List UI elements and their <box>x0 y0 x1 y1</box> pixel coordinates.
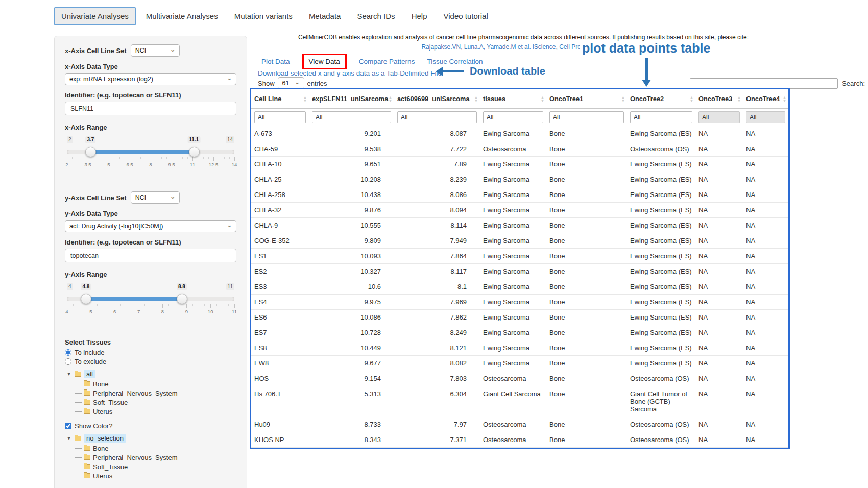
slider-handle-to[interactable] <box>189 147 200 157</box>
controls-sidebar: x-Axis Cell Line Set NCI x-Axis Data Typ… <box>54 36 247 488</box>
tree-root-no-selection[interactable]: ▾ no_selection <box>66 434 236 443</box>
nav-tab-mutation-variants[interactable]: Mutation variants <box>228 8 299 24</box>
table-row: ES49.9757.969Ewing SarcomaBoneEwing Sarc… <box>251 295 788 310</box>
x-identifier-label: Identifier: (e.g. topotecan or SLFN11) <box>65 91 236 99</box>
table-row: ES310.68.1Ewing SarcomaBoneEwing Sarcoma… <box>251 279 788 295</box>
table-row: Hu098.7337.97OsteosarcomaBoneOsteosarcom… <box>251 417 788 432</box>
tree-node-bone[interactable]: Bone <box>75 379 236 388</box>
column-header-oncotree1[interactable]: OncoTree1▲▼ <box>546 89 627 109</box>
down-arrow-icon <box>645 58 648 81</box>
slider-max-label: 11 <box>226 283 234 290</box>
column-header-oncotree2[interactable]: OncoTree2▲▼ <box>627 89 695 109</box>
data-table-container: Cell Line▲▼expSLFN11_uniSarcoma▲▼act6096… <box>250 88 790 449</box>
column-filter-expslfn11-unisarcoma[interactable] <box>312 111 391 123</box>
table-row: COG-E-3529.8097.949Ewing SarcomaBoneEwin… <box>251 233 788 249</box>
column-header-oncotree3[interactable]: OncoTree3▲▼ <box>695 89 743 109</box>
slider-to-label: 8.8 <box>177 283 187 290</box>
column-header-cell-line[interactable]: Cell Line▲▼ <box>251 89 309 109</box>
tab-tissue-correlation[interactable]: Tissue Correlation <box>427 58 483 65</box>
column-header-expslfn11-unisarcoma[interactable]: expSLFN11_uniSarcoma▲▼ <box>309 89 394 109</box>
tab-plot-data[interactable]: Plot Data <box>261 58 290 65</box>
tree-node-soft-tissue[interactable]: Soft_Tissue <box>75 462 236 471</box>
tree-node-peripheral-nervous-system[interactable]: Peripheral_Nervous_System <box>75 453 236 462</box>
sort-icon[interactable]: ▲▼ <box>737 95 741 103</box>
slider-min-label: 4 <box>67 283 73 290</box>
tree-root-all[interactable]: ▾ all <box>66 370 236 378</box>
table-row: ES110.0937.864Ewing SarcomaBoneEwing Sar… <box>251 249 788 264</box>
table-row: CHLA-2510.2088.239Ewing SarcomaBoneEwing… <box>251 172 788 187</box>
exclude-tissue-tree: ▾ no_selection BonePeripheral_Nervous_Sy… <box>66 434 236 480</box>
y-range-slider[interactable]: 4 11 4.8 8.8 4567891011 <box>67 290 234 324</box>
x-range-label: x-Axis Range <box>65 124 236 131</box>
y-data-type-label: y-Axis Data Type <box>65 210 236 217</box>
tree-node-bone[interactable]: Bone <box>75 444 236 453</box>
slider-handle-from[interactable] <box>81 294 91 304</box>
column-filter-oncotree2[interactable] <box>630 111 692 123</box>
y-identifier-label: Identifier: (e.g. topotecan or SLFN11) <box>65 238 236 246</box>
x-data-type-select[interactable]: exp: mRNA Expression (log2) <box>65 73 236 85</box>
sort-icon[interactable]: ▲▼ <box>474 95 478 103</box>
column-header-oncotree4[interactable]: OncoTree4▲▼ <box>743 89 788 109</box>
tree-node-soft-tissue[interactable]: Soft_Tissue <box>75 398 236 407</box>
nav-tab-metadata[interactable]: Metadata <box>303 8 347 24</box>
tab-view-data[interactable]: View Data <box>302 54 347 69</box>
tab-compare-patterns[interactable]: Compare Patterns <box>359 58 415 65</box>
nav-tab-video-tutorial[interactable]: Video tutorial <box>437 8 494 24</box>
x-identifier-input[interactable] <box>65 102 236 115</box>
folder-icon <box>84 446 90 451</box>
nav-tab-search-ids[interactable]: Search IDs <box>351 8 401 24</box>
to-exclude-radio[interactable]: To exclude <box>65 358 236 365</box>
table-header-row: Cell Line▲▼expSLFN11_uniSarcoma▲▼act6096… <box>251 89 788 109</box>
left-arrow-icon <box>442 70 464 72</box>
slider-from-label: 3.7 <box>86 136 96 143</box>
sort-icon[interactable]: ▲▼ <box>541 95 544 103</box>
tree-node-uterus[interactable]: Uterus <box>75 471 236 480</box>
to-include-radio[interactable]: To include <box>65 349 236 356</box>
nav-tab-help[interactable]: Help <box>405 8 433 24</box>
select-tissues-label: Select Tissues <box>65 338 236 346</box>
y-cell-line-set-select[interactable]: NCI <box>131 191 180 204</box>
caret-down-icon[interactable]: ▾ <box>66 371 72 377</box>
folder-icon <box>84 400 90 405</box>
tree-node-peripheral-nervous-system[interactable]: Peripheral_Nervous_System <box>75 388 236 398</box>
table-row: ES810.4498.121Ewing SarcomaBoneEwing Sar… <box>251 340 788 356</box>
table-row: CHLA-329.8768.094Ewing SarcomaBoneEwing … <box>251 203 788 218</box>
sort-icon[interactable]: ▲▼ <box>690 95 693 103</box>
nav-tab-multivariate-analyses[interactable]: Multivariate Analyses <box>140 8 224 24</box>
column-filter-tissues[interactable] <box>483 111 543 123</box>
column-header-act609699-unisarcoma[interactable]: act609699_uniSarcoma▲▼ <box>394 89 480 109</box>
slider-selected-bar[interactable] <box>90 150 194 154</box>
column-filter-oncotree1[interactable] <box>549 111 624 123</box>
slider-handle-from[interactable] <box>85 147 96 157</box>
column-filter-act609699-unisarcoma[interactable] <box>397 111 477 123</box>
folder-icon <box>75 436 81 441</box>
slider-from-label: 4.8 <box>81 283 91 290</box>
y-data-type-select[interactable]: act: Drug Activity (-log10[IC50M]) <box>65 220 236 232</box>
sort-icon[interactable]: ▲▼ <box>621 95 625 103</box>
table-row: CHLA-910.5558.114Ewing SarcomaBoneEwing … <box>251 218 788 233</box>
sort-icon[interactable]: ▲▼ <box>303 95 307 103</box>
column-filter-cell-line[interactable] <box>254 111 306 123</box>
table-row: CHLA-25810.4388.086Ewing SarcomaBoneEwin… <box>251 187 788 203</box>
x-cell-line-set-select[interactable]: NCI <box>131 44 180 57</box>
download-link[interactable]: Download selected x and y axis data as a… <box>258 69 442 77</box>
caret-down-icon[interactable]: ▾ <box>66 435 72 441</box>
table-row: A-6739.2018.087Ewing SarcomaBoneEwing Sa… <box>251 126 788 141</box>
show-color-checkbox[interactable]: Show Color? <box>65 422 236 430</box>
tree-node-uterus[interactable]: Uterus <box>75 407 236 416</box>
slider-selected-bar[interactable] <box>86 297 181 301</box>
table-row: KHOS NP8.3437.371OsteosarcomaBoneOsteosa… <box>251 432 788 448</box>
table-row: HOS9.1547.803OsteosarcomaBoneOsteosarcom… <box>251 371 788 386</box>
table-row: Hs 706.T5.3136.304Giant Cell SarcomaBone… <box>251 386 788 417</box>
folder-icon <box>84 455 90 460</box>
folder-icon <box>84 409 90 414</box>
sort-icon[interactable]: ▲▼ <box>389 95 392 103</box>
sort-icon[interactable]: ▲▼ <box>783 95 786 103</box>
y-identifier-input[interactable] <box>65 249 236 262</box>
column-header-tissues[interactable]: tissues▲▼ <box>480 89 546 109</box>
slider-handle-to[interactable] <box>177 294 187 304</box>
search-input[interactable] <box>690 78 838 89</box>
nav-tab-univariate-analyses[interactable]: Univariate Analyses <box>54 7 136 25</box>
table-body: A-6739.2018.087Ewing SarcomaBoneEwing Sa… <box>251 126 788 448</box>
x-range-slider[interactable]: 2 14 3.7 11.1 23.556.589.51112.514 <box>67 143 234 177</box>
